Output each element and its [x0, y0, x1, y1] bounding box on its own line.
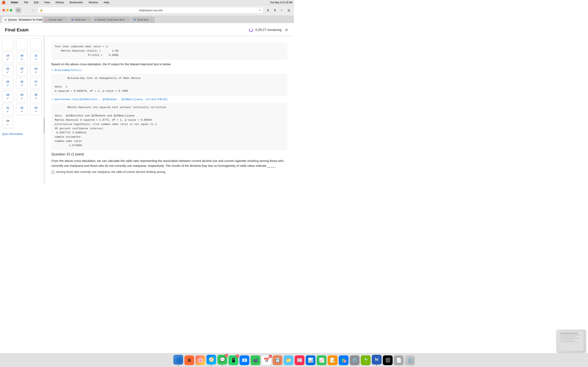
menubar-time: Tue May 14 6:19 AM: [270, 1, 292, 4]
tab-close-doc8b[interactable]: ✕: [151, 19, 152, 21]
menubar-safari[interactable]: Safari: [9, 0, 19, 4]
exam-header: Final Exam 0:28:27 remaining ✕: [0, 23, 294, 36]
question-btn-31[interactable]: 31 ✓: [2, 104, 13, 115]
code-block-breslow: Breslow-Day test on Homogeneity of Odds …: [52, 74, 287, 96]
code-block-mantel-haenszel: Test that combined odds ratio = 1: Mante…: [52, 42, 287, 60]
r-command-mantelhaen: > mantelhaen.test(Q15$alcohol , Q15$smok…: [52, 98, 287, 101]
tab-favicon-doc8: W: [71, 19, 73, 21]
question-btn-33[interactable]: 33 ✓: [30, 104, 42, 115]
downloads-button[interactable]: ⬇: [265, 7, 271, 13]
tabs-bar: N Quizzes - Biostatistics for Public Hea…: [0, 16, 294, 23]
question-btn-34[interactable]: 34 --: [2, 117, 13, 128]
main-area: 19 ✓ 20 ✓ 21 ✓ 22 ✓ 23 ✓: [0, 36, 294, 184]
back-button[interactable]: ‹: [23, 7, 29, 13]
timer-text: 0:28:27 remaining: [255, 28, 282, 32]
svg-rect-1: [18, 9, 20, 9]
toolbar-right: ⬇ ⬆ ＋ ⊞: [265, 7, 292, 13]
tab-label-quizzes: Quizzes - Biostatistics for Public Healt…: [8, 18, 43, 21]
tab-label-biostat: Biostat_Final Exam.docx: [98, 18, 125, 21]
question-btn-25[interactable]: 25 ✓: [2, 78, 13, 89]
question-btn-20[interactable]: 20 ✓: [16, 52, 27, 63]
tab-close-doc8[interactable]: ✕: [88, 19, 90, 21]
menubar-edit[interactable]: Edit: [33, 0, 40, 4]
menubar-file[interactable]: File: [23, 0, 29, 4]
minimize-window-button[interactable]: [6, 9, 9, 11]
question-btn-30[interactable]: 30 ✓: [30, 91, 42, 102]
code-block-mantelhaen-output: Mantel-Haenszel chi-squared test without…: [52, 103, 287, 150]
question-sidebar: 19 ✓ 20 ✓ 21 ✓ 22 ✓ 23 ✓: [0, 36, 45, 184]
menubar: 🍎 Safari File Edit View History Bookmark…: [0, 0, 294, 5]
question-btn-29[interactable]: 29 ✓: [16, 91, 27, 102]
question-btn-27[interactable]: 27 ✓: [30, 78, 42, 89]
question-btn-prev3[interactable]: [30, 39, 42, 50]
question-15-points: (1 point): [70, 152, 84, 156]
menubar-history[interactable]: History: [54, 0, 65, 4]
fullscreen-window-button[interactable]: [10, 9, 12, 11]
browser-chrome: ‹ › 🔒 brightspace.nyu.edu ↻ ⬇ ⬆ ＋ ⊞ N Qu…: [0, 5, 294, 23]
new-tab-button[interactable]: ＋: [279, 7, 285, 13]
question-btn-19[interactable]: 19 ✓: [2, 52, 13, 63]
paragraph-mantel-haenszel: Based on the above cross-tabulation, the…: [52, 62, 287, 67]
sidebar-toggle-button[interactable]: [16, 7, 21, 13]
forward-button[interactable]: ›: [30, 7, 36, 13]
question-grid: 19 ✓ 20 ✓ 21 ✓ 22 ✓ 23 ✓: [2, 39, 43, 128]
traffic-lights: [2, 9, 12, 11]
menubar-window[interactable]: Window: [87, 0, 99, 4]
tab-quizzes[interactable]: N Quizzes - Biostatistics for Public Hea…: [2, 17, 43, 23]
tab-coursehero[interactable]: ★ Course Hero ✕: [43, 17, 69, 23]
exam-title: Final Exam: [5, 27, 29, 33]
timer-spinner: [249, 28, 253, 32]
tab-favicon-biostat: B: [95, 19, 96, 21]
question-btn-32[interactable]: 32 ✓: [16, 104, 27, 115]
question-btn-prev2[interactable]: [16, 39, 27, 50]
menubar-view[interactable]: View: [43, 0, 51, 4]
sidebar-scrollbar-track[interactable]: [43, 36, 45, 184]
r-command-breslow: > BreslowDayTest(x): [52, 69, 287, 72]
answer-option-1[interactable]: Among those who currently use marijuana,…: [52, 170, 287, 174]
radio-button-1[interactable]: [52, 171, 55, 174]
close-window-button[interactable]: [2, 9, 5, 11]
svg-rect-3: [18, 11, 20, 11]
tab-doc8[interactable]: W Doc8.docx ✕: [69, 17, 92, 23]
tab-label-doc8b: Doc8.docx: [137, 18, 149, 21]
question-15-text: From the above cross-tabulation, we can …: [52, 158, 287, 168]
address-bar[interactable]: 🔒 brightspace.nyu.edu ↻: [38, 7, 263, 13]
question-btn-21[interactable]: 21 ✓: [30, 52, 42, 63]
timer-area: 0:28:27 remaining ✕: [249, 27, 289, 33]
tab-close-biostat[interactable]: ✕: [127, 19, 129, 21]
tab-label-coursehero: Course Hero: [49, 18, 62, 21]
share-button[interactable]: ⬆: [272, 7, 278, 13]
reload-button[interactable]: ↻: [259, 9, 261, 12]
question-btn-26[interactable]: 26 ✓: [16, 78, 27, 89]
question-btn-prev1[interactable]: [2, 39, 13, 50]
quiz-information-link[interactable]: Quiz Information: [2, 132, 43, 136]
tab-biostat[interactable]: B Biostat_Final Exam.docx ✕: [93, 17, 131, 23]
question-btn-23[interactable]: 23 ✓: [16, 65, 27, 76]
tab-favicon-quizzes: N: [4, 18, 7, 21]
url-display: brightspace.nyu.edu: [44, 9, 258, 12]
tab-favicon-doc8b: W: [134, 19, 136, 21]
question-15-label: Question 15: [52, 152, 70, 156]
tab-overview-button[interactable]: ⊞: [286, 7, 292, 13]
sidebar-scroll-thumb: [44, 117, 44, 133]
close-exam-button[interactable]: ✕: [284, 27, 289, 33]
svg-rect-0: [17, 9, 18, 11]
tab-label-doc8: Doc8.docx: [75, 18, 86, 21]
tab-close-coursehero[interactable]: ✕: [65, 19, 66, 21]
answer-option-1-text: Among those who currently use marijuana,…: [56, 170, 165, 174]
question-btn-22[interactable]: 22 ✓: [2, 65, 13, 76]
apple-menu[interactable]: 🍎: [2, 1, 6, 4]
question-btn-28[interactable]: 28 ✓: [2, 91, 13, 102]
menubar-help[interactable]: Help: [103, 0, 111, 4]
svg-rect-2: [18, 10, 20, 10]
security-icon: 🔒: [40, 9, 43, 12]
toolbar: ‹ › 🔒 brightspace.nyu.edu ↻ ⬇ ⬆ ＋ ⊞: [0, 5, 294, 16]
content-panel[interactable]: Test that combined odds ratio = 1: Mante…: [45, 36, 294, 184]
tab-favicon-coursehero: ★: [45, 18, 47, 21]
question-btn-24[interactable]: 24 ✓: [30, 65, 42, 76]
tab-doc8b[interactable]: W Doc8.docx ✕: [131, 17, 155, 23]
menubar-bookmarks[interactable]: Bookmarks: [68, 0, 84, 4]
question-15-heading: Question 15 (1 point): [52, 152, 287, 156]
page: Final Exam 0:28:27 remaining ✕: [0, 23, 294, 184]
